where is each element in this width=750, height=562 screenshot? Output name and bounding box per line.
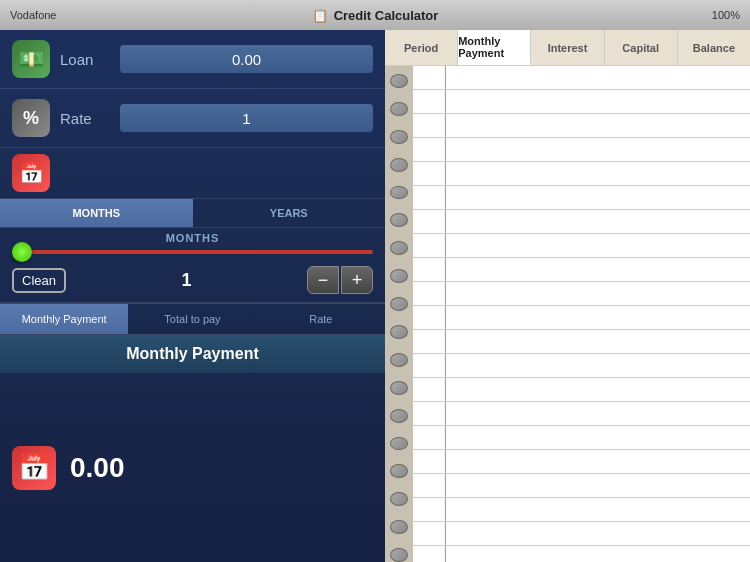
spiral-coil: [390, 74, 408, 88]
notebook-content: [413, 66, 750, 562]
spiral-coil: [390, 520, 408, 534]
calendar-row: 📅: [0, 148, 385, 199]
notebook-line: [413, 498, 750, 522]
controls-row: Clean 1 − +: [0, 258, 385, 303]
loan-icon: 💵: [12, 40, 50, 78]
notebook-line: [413, 402, 750, 426]
notebook-line: [413, 186, 750, 210]
spiral-coil: [390, 186, 408, 200]
nb-tab-period[interactable]: Period: [385, 30, 458, 65]
top-bar: Vodafone 📋 Credit Calculator 100%: [0, 0, 750, 30]
rate-row: % Rate 1: [0, 89, 385, 148]
notebook-line: [413, 306, 750, 330]
spiral-coil: [390, 381, 408, 395]
calendar-icon: 📅: [12, 154, 50, 192]
clean-button[interactable]: Clean: [12, 268, 66, 293]
spiral-coil: [390, 325, 408, 339]
result-header: Monthly Payment: [0, 335, 385, 373]
notebook-line: [413, 474, 750, 498]
notebook-line: [413, 66, 750, 90]
duration-value: 1: [76, 270, 297, 291]
loan-row: 💵 Loan 0.00: [0, 30, 385, 89]
app-title: Credit Calculator: [334, 8, 439, 23]
notebook-line: [413, 138, 750, 162]
nb-tab-capital[interactable]: Capital: [605, 30, 678, 65]
result-value-row: 📅 0.00: [0, 373, 385, 562]
notebook-lines: [413, 66, 750, 562]
notebook-line: [413, 210, 750, 234]
spiral-coil: [390, 297, 408, 311]
duration-slider-row: [0, 246, 385, 258]
duration-slider-track[interactable]: [12, 250, 373, 254]
notebook-line: [413, 234, 750, 258]
tab-total-to-pay[interactable]: Total to pay: [128, 304, 256, 334]
spiral-binding: [385, 66, 413, 562]
app-icon: 📋: [312, 8, 328, 23]
spiral-coil: [390, 158, 408, 172]
rate-input[interactable]: 1: [120, 104, 373, 132]
notebook-line: [413, 426, 750, 450]
result-area: Monthly Payment 📅 0.00: [0, 335, 385, 562]
loan-label: Loan: [60, 51, 110, 68]
spiral-coil: [390, 102, 408, 116]
stepper: − +: [307, 266, 373, 294]
notebook-line: [413, 378, 750, 402]
months-tab[interactable]: MONTHS: [0, 199, 193, 227]
battery-label: 100%: [712, 9, 740, 21]
loan-input[interactable]: 0.00: [120, 45, 373, 73]
tab-monthly-payment[interactable]: Monthly Payment: [0, 304, 128, 334]
spiral-coil: [390, 353, 408, 367]
notebook-tabs: Period Monthly Payment Interest Capital …: [385, 30, 750, 66]
spiral-coil: [390, 437, 408, 451]
spiral-coil: [390, 409, 408, 423]
duration-label: MONTHS: [0, 228, 385, 246]
spiral-coil: [390, 492, 408, 506]
nb-tab-balance[interactable]: Balance: [678, 30, 750, 65]
right-panel: Period Monthly Payment Interest Capital …: [385, 30, 750, 562]
tab-rate[interactable]: Rate: [257, 304, 385, 334]
spiral-coil: [390, 548, 408, 562]
nb-tab-interest[interactable]: Interest: [531, 30, 604, 65]
notebook-line: [413, 330, 750, 354]
decrement-button[interactable]: −: [307, 266, 339, 294]
result-header-text: Monthly Payment: [126, 345, 258, 363]
increment-button[interactable]: +: [341, 266, 373, 294]
spiral-coil: [390, 269, 408, 283]
carrier-label: Vodafone: [10, 9, 57, 21]
notebook-line: [413, 282, 750, 306]
result-value: 0.00: [70, 452, 125, 484]
notebook-line: [413, 258, 750, 282]
notebook-line: [413, 114, 750, 138]
years-tab[interactable]: YEARS: [193, 199, 386, 227]
result-tabs: Monthly Payment Total to pay Rate: [0, 303, 385, 335]
rate-icon: %: [12, 99, 50, 137]
rate-label: Rate: [60, 110, 110, 127]
notebook-line: [413, 162, 750, 186]
notebook-line: [413, 450, 750, 474]
app-title-bar: 📋 Credit Calculator: [312, 8, 439, 23]
left-panel: 💵 Loan 0.00 % Rate 1 📅 MONTHS YEARS MONT…: [0, 30, 385, 562]
result-calendar-icon: 📅: [12, 446, 56, 490]
nb-tab-monthly-payment[interactable]: Monthly Payment: [458, 30, 531, 65]
notebook-line: [413, 522, 750, 546]
slider-thumb[interactable]: [12, 242, 32, 262]
notebook-line: [413, 354, 750, 378]
duration-segment: MONTHS YEARS: [0, 199, 385, 228]
spiral-coil: [390, 213, 408, 227]
notebook-line: [413, 90, 750, 114]
spiral-coil: [390, 464, 408, 478]
spiral-coil: [390, 241, 408, 255]
spiral-coil: [390, 130, 408, 144]
main-layout: 💵 Loan 0.00 % Rate 1 📅 MONTHS YEARS MONT…: [0, 30, 750, 562]
